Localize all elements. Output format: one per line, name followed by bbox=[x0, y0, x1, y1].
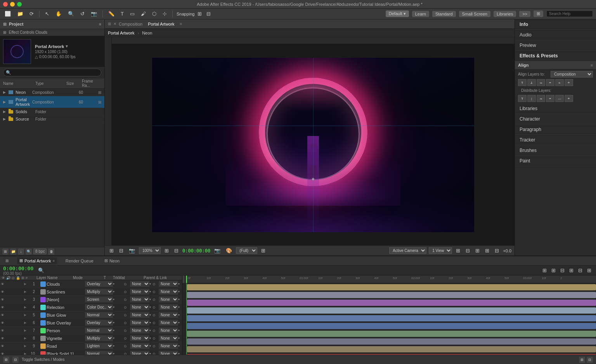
comp-tab-portal[interactable]: Portal Artwork bbox=[145, 21, 177, 27]
toolbar-home[interactable]: ⬜ bbox=[3, 10, 12, 17]
expand-layer-btn[interactable]: ▶ bbox=[24, 336, 29, 340]
snapping-toggle[interactable]: ⊞ bbox=[196, 10, 203, 17]
tool-pen[interactable]: ✏️ bbox=[107, 10, 116, 17]
tool-rotate[interactable]: ↺ bbox=[79, 10, 86, 17]
right-panel-preview[interactable]: Preview bbox=[515, 40, 596, 51]
layer-parent-select[interactable]: None bbox=[159, 343, 178, 349]
expand-layer-btn[interactable]: ▶ bbox=[24, 282, 29, 286]
snapshot-btn[interactable]: 📷 bbox=[213, 247, 222, 254]
track-row[interactable] bbox=[182, 283, 596, 291]
depth-btn[interactable]: ⊞ bbox=[483, 247, 491, 254]
align-to-select[interactable]: Composition bbox=[551, 71, 593, 78]
right-panel-tracker[interactable]: Tracker bbox=[515, 135, 596, 145]
timeline-search-btn[interactable]: 🔍 bbox=[36, 267, 46, 274]
solo-btn[interactable]: ⊞ bbox=[550, 267, 557, 274]
layer-mode-select[interactable]: Screen bbox=[85, 297, 113, 302]
expand-layer-btn[interactable]: ▶ bbox=[24, 298, 29, 301]
layer-parent-select[interactable]: None bbox=[159, 320, 178, 326]
workspace-learn[interactable]: Learn bbox=[412, 11, 429, 17]
eye-icon[interactable]: 👁 bbox=[1, 344, 5, 348]
frame-blending-btn[interactable]: ⊞ bbox=[568, 267, 575, 274]
col-frame-header[interactable]: Frame Ra... bbox=[82, 79, 101, 88]
workspace-more[interactable]: >> bbox=[519, 11, 530, 17]
tool-zoom[interactable]: 🔍 bbox=[66, 10, 76, 17]
toolbar-new[interactable]: 📁 bbox=[16, 10, 25, 17]
align-bottom-btn[interactable]: ⫩ bbox=[565, 79, 573, 86]
col-name-header[interactable]: Name bbox=[3, 81, 35, 86]
maximize-button[interactable] bbox=[17, 2, 22, 7]
tool-hand[interactable]: ✋ bbox=[54, 10, 63, 17]
track-row[interactable] bbox=[182, 322, 596, 330]
eye-icon[interactable]: 👁 bbox=[1, 282, 5, 286]
layer-mode-select[interactable]: Normal bbox=[85, 328, 113, 333]
track-row[interactable] bbox=[182, 338, 596, 345]
layer-parent-select[interactable]: None bbox=[159, 297, 178, 302]
col-size-header[interactable]: Size bbox=[66, 81, 82, 86]
tool-select[interactable]: ↖ bbox=[43, 10, 51, 17]
align-vcenter-btn[interactable]: ⫨ bbox=[555, 79, 564, 86]
toolbar-open[interactable]: ⟳ bbox=[28, 10, 35, 17]
camera-select[interactable]: Active Camera bbox=[389, 247, 426, 254]
workspace-default[interactable]: Default ▾ bbox=[386, 10, 409, 17]
timeline-tab-render[interactable]: Render Queue bbox=[63, 258, 96, 264]
viewer-camera-btn[interactable]: 📷 bbox=[127, 247, 137, 254]
layer-mode-select[interactable]: Normal bbox=[85, 312, 113, 318]
layer-parent-select[interactable]: None bbox=[159, 328, 178, 333]
motion-blur-btn[interactable]: ⊟ bbox=[559, 267, 566, 274]
layer-row[interactable]: 👁▶4RelectionColor Doc...▾⊙None▾⊙None▾ bbox=[0, 304, 182, 311]
eye-icon[interactable]: 👁 bbox=[1, 298, 5, 302]
dist-right-btn[interactable]: ⫬ bbox=[537, 95, 545, 102]
layer-mode-select[interactable]: Multiply bbox=[85, 289, 113, 295]
right-panel-effects[interactable]: Effects & Presets bbox=[515, 51, 596, 61]
eye-icon[interactable]: 👁 bbox=[1, 329, 5, 333]
align-right-btn[interactable]: ⫬ bbox=[537, 79, 545, 86]
tool-stamp[interactable]: ⬡ bbox=[151, 10, 158, 17]
project-search-input[interactable] bbox=[3, 69, 101, 76]
workspace-small-screen[interactable]: Small Screen bbox=[459, 11, 490, 17]
go-to-start-btn[interactable]: ⊞ bbox=[579, 357, 585, 363]
right-panel-info[interactable]: Info bbox=[515, 19, 596, 30]
right-panel-paragraph[interactable]: Paragraph bbox=[515, 124, 596, 135]
eye-icon[interactable]: 👁 bbox=[1, 352, 5, 355]
dist-hcenter-btn[interactable]: | bbox=[527, 95, 536, 102]
right-panel-paint[interactable]: Paint bbox=[515, 156, 596, 166]
dist-top-btn[interactable]: ⫧ bbox=[546, 95, 554, 102]
project-tab[interactable]: ⊞ Project ≡ bbox=[0, 19, 104, 29]
expand-layer-btn[interactable]: ▶ bbox=[24, 352, 29, 355]
layer-trkmat-select[interactable]: None bbox=[130, 289, 149, 295]
layer-mode-select[interactable]: Multiply bbox=[85, 335, 113, 341]
pixel-aspect-btn[interactable]: ⊞ bbox=[474, 247, 481, 254]
expand-layer-btn[interactable]: ▶ bbox=[24, 290, 29, 293]
zoom-select[interactable]: 100% 50% 200% bbox=[139, 247, 161, 254]
track-row[interactable] bbox=[182, 299, 596, 307]
timeline-tab-portal[interactable]: ⊞ Portal Artwork ≡ bbox=[17, 257, 57, 264]
right-panel-character[interactable]: Character bbox=[515, 114, 596, 124]
comp-nav-neon[interactable]: Neon bbox=[142, 31, 152, 35]
search-project-btn[interactable]: 🔍 bbox=[26, 248, 32, 255]
track-row[interactable] bbox=[182, 291, 596, 299]
timeline-tab-neon[interactable]: ⊞ Neon bbox=[102, 257, 122, 264]
fast-preview-btn[interactable]: ⊞ bbox=[260, 247, 267, 254]
layer-row[interactable]: 👁▶1CloudsOverlay▾⊙None▾⊙None▾ bbox=[0, 280, 182, 288]
layer-row[interactable]: 👁▶5Blue GlowNormal▾⊙None▾⊙None▾ bbox=[0, 311, 182, 319]
layer-trkmat-select[interactable]: None bbox=[130, 328, 149, 333]
trash-btn[interactable]: 🗑 bbox=[48, 248, 54, 255]
eye-icon[interactable]: 👁 bbox=[1, 290, 5, 294]
mask-btn[interactable]: ⊞ bbox=[586, 267, 593, 274]
right-panel-audio[interactable]: Audio bbox=[515, 30, 596, 40]
tool-puppet[interactable]: ⊹ bbox=[161, 10, 168, 17]
align-menu-btn[interactable]: ≡ bbox=[591, 63, 593, 67]
view-options-btn[interactable]: ⊞ bbox=[454, 247, 462, 254]
view-layout-select[interactable]: 1 View bbox=[429, 247, 452, 254]
new-folder-btn[interactable]: 📁 bbox=[10, 248, 16, 255]
dist-left-btn[interactable]: ⫪ bbox=[518, 95, 527, 102]
comp-viewport[interactable]: ✦ bbox=[105, 37, 515, 245]
track-row[interactable] bbox=[182, 314, 596, 322]
project-item-solids[interactable]: ▶ Solids Folder bbox=[0, 108, 104, 116]
align-top-btn[interactable]: ⫧ bbox=[546, 79, 554, 86]
workspace-standard[interactable]: Standard bbox=[432, 11, 456, 17]
col-type-header[interactable]: Type bbox=[35, 81, 66, 86]
layer-trkmat-select[interactable]: None bbox=[130, 304, 149, 310]
resolution-select[interactable]: (Full) (Half) bbox=[236, 247, 257, 254]
timeline-current-time[interactable]: 0:00:00:00 bbox=[3, 266, 33, 271]
